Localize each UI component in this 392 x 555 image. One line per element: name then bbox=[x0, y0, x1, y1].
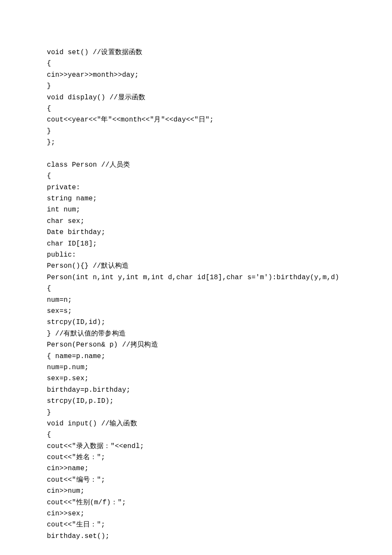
code-block: void set() //设置数据函数{cin>>year>>month>>da… bbox=[47, 47, 345, 542]
code-line: class Person //人员类 bbox=[47, 159, 345, 171]
code-line: { bbox=[47, 429, 345, 440]
code-line: } //有默认值的带参构造 bbox=[47, 328, 345, 339]
code-line: sex=p.sex; bbox=[47, 373, 345, 384]
code-line: { bbox=[47, 103, 345, 114]
code-line: } bbox=[47, 407, 345, 418]
code-line: { bbox=[47, 171, 345, 182]
code-line: }; bbox=[47, 137, 345, 148]
code-line: cout<<"性别(m/f)："; bbox=[47, 497, 345, 508]
code-line: cin>>num; bbox=[47, 486, 345, 497]
code-line: } bbox=[47, 81, 345, 92]
code-line: sex=s; bbox=[47, 306, 345, 317]
code-line: birthday=p.birthday; bbox=[47, 384, 345, 396]
code-line: cout<<"姓名："; bbox=[47, 452, 345, 463]
code-line: cout<<"编号："; bbox=[47, 474, 345, 486]
code-line: strcpy(ID,p.ID); bbox=[47, 396, 345, 407]
code-line: char sex; bbox=[47, 216, 345, 227]
code-line: cout<<"录入数据："<<endl; bbox=[47, 441, 345, 452]
code-line: { bbox=[47, 283, 345, 294]
code-line: Date birthday; bbox=[47, 227, 345, 238]
code-line: cout<<year<<"年"<<month<<"月"<<day<<"日"; bbox=[47, 114, 345, 125]
code-line: Person(int n,int y,int m,int d,char id[1… bbox=[47, 272, 345, 283]
code-line: char ID[18]; bbox=[47, 238, 345, 249]
code-line: Person(Person& p) //拷贝构造 bbox=[47, 339, 345, 350]
code-line: private: bbox=[47, 182, 345, 193]
code-line: cin>>name; bbox=[47, 463, 345, 474]
code-line: cout<<"生日："; bbox=[47, 519, 345, 530]
code-line: cin>>year>>month>>day; bbox=[47, 69, 345, 81]
code-line: void input() //输入函数 bbox=[47, 418, 345, 429]
code-line: num=n; bbox=[47, 295, 345, 306]
code-line: void display() //显示函数 bbox=[47, 92, 345, 103]
code-line: cin>>sex; bbox=[47, 508, 345, 519]
code-line: num=p.num; bbox=[47, 362, 345, 373]
code-line: public: bbox=[47, 249, 345, 260]
code-line: { bbox=[47, 58, 345, 69]
code-line: birthday.set(); bbox=[47, 531, 345, 542]
code-line: void set() //设置数据函数 bbox=[47, 47, 345, 58]
document-page: void set() //设置数据函数{cin>>year>>month>>da… bbox=[0, 0, 392, 555]
code-line: } bbox=[47, 126, 345, 137]
code-line: Person(){} //默认构造 bbox=[47, 260, 345, 272]
code-line: int num; bbox=[47, 204, 345, 215]
code-line: strcpy(ID,id); bbox=[47, 317, 345, 328]
code-line: string name; bbox=[47, 193, 345, 204]
code-line: { name=p.name; bbox=[47, 351, 345, 362]
code-line bbox=[47, 148, 345, 159]
